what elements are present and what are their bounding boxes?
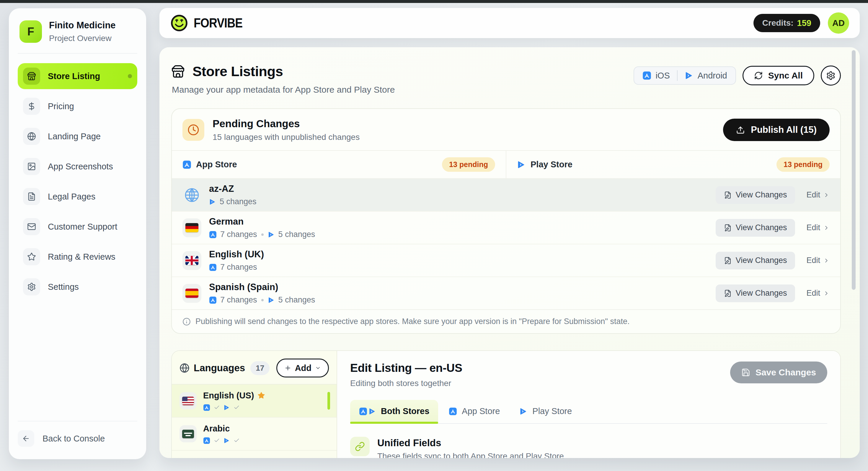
sidebar-item-customer-support[interactable]: Customer Support <box>18 214 137 240</box>
change-count-label: 5 changes <box>278 230 315 239</box>
view-changes-button[interactable]: View Changes <box>716 252 795 270</box>
language-item-arabic[interactable]: Arabic <box>172 417 337 451</box>
user-avatar[interactable]: AD <box>828 12 849 34</box>
sidebar-item-label: Settings <box>48 282 79 292</box>
save-changes-button[interactable]: Save Changes <box>730 362 827 383</box>
project-avatar: F <box>20 20 42 43</box>
language-item-az-az[interactable]: az-AZ <box>172 451 337 458</box>
sidebar-item-app-screenshots[interactable]: App Screenshots <box>18 153 137 180</box>
clock-icon <box>182 119 204 141</box>
check-icon <box>234 404 240 410</box>
playstore-icon <box>685 71 693 80</box>
pending-count-badge: 13 pending <box>442 157 495 172</box>
add-language-button[interactable]: Add <box>276 358 329 377</box>
change-count-app-store: 7 changes <box>209 230 257 239</box>
playstore-icon <box>223 404 230 411</box>
pending-row-az-az[interactable]: az-AZ 5 changes View Changes Edit <box>172 179 840 211</box>
sidebar-item-label: Rating & Reviews <box>48 252 116 262</box>
language-flag <box>182 218 202 237</box>
sidebar-item-legal-pages[interactable]: Legal Pages <box>18 184 137 210</box>
pending-subtitle: 15 languages with unpublished changes <box>213 132 360 142</box>
credits-pill[interactable]: Credits: 159 <box>753 14 820 32</box>
gear-icon <box>826 71 836 80</box>
edit-link[interactable]: Edit <box>806 190 830 199</box>
project-header[interactable]: F Finito Medicine Project Overview <box>18 19 137 54</box>
view-changes-button[interactable]: View Changes <box>716 186 795 204</box>
brand-wordmark: FORVIBE <box>194 15 242 30</box>
listing-workspace: Languages 17 Add English (US) <box>171 350 841 458</box>
change-count-play-store: 5 changes <box>268 230 315 239</box>
appstore-icon <box>209 231 217 239</box>
languages-panel: Languages 17 Add English (US) <box>172 351 337 458</box>
edit-label: Edit <box>806 190 820 199</box>
scrollbar-thumb[interactable] <box>852 50 856 290</box>
language-flag <box>182 186 202 205</box>
pending-rows: az-AZ 5 changes View Changes Edit German… <box>172 179 840 309</box>
language-item-english-us[interactable]: English (US) <box>172 384 337 417</box>
check-icon <box>234 437 240 444</box>
plus-icon <box>284 365 291 372</box>
pending-row-german[interactable]: German 7 changes5 changes View Changes E… <box>172 211 840 244</box>
smiley-icon <box>170 14 188 32</box>
sidebar-item-label: Pricing <box>48 101 74 111</box>
flag-de-icon <box>185 223 198 232</box>
pending-row-english-uk[interactable]: English (UK) 7 changes View Changes Edit <box>172 244 840 277</box>
link-icon <box>350 437 370 456</box>
platform-segment-ios[interactable]: iOS <box>636 71 677 81</box>
playstore-icon <box>517 160 526 169</box>
publish-all-button[interactable]: Publish All (15) <box>723 119 830 141</box>
playstore-icon <box>209 198 216 206</box>
mail-icon <box>23 218 40 235</box>
both-stores-icon <box>359 407 376 415</box>
pending-row-spanish-spain[interactable]: Spanish (Spain) 7 changes5 changes View … <box>172 277 840 309</box>
edit-link[interactable]: Edit <box>806 256 830 265</box>
appstore-icon <box>449 407 457 415</box>
back-to-console-button[interactable]: Back to Console <box>18 421 137 447</box>
edit-link[interactable]: Edit <box>806 223 830 232</box>
sidebar-item-rating-reviews[interactable]: Rating & Reviews <box>18 244 137 270</box>
language-flag <box>182 251 202 270</box>
save-changes-label: Save Changes <box>755 368 816 377</box>
sync-all-button[interactable]: Sync All <box>743 66 814 85</box>
chevron-right-icon <box>823 192 830 198</box>
pending-title: Pending Changes <box>213 118 360 130</box>
view-changes-label: View Changes <box>736 223 787 232</box>
sidebar-item-landing-page[interactable]: Landing Page <box>18 123 137 149</box>
store-icon <box>23 68 40 85</box>
store-column-label: App Store <box>196 160 237 169</box>
sync-all-label: Sync All <box>768 70 803 81</box>
settings-button[interactable] <box>821 65 841 86</box>
sidebar-item-pricing[interactable]: Pricing <box>18 93 137 119</box>
globe-flag-icon <box>184 187 199 203</box>
tab-both-stores[interactable]: Both Stores <box>350 400 438 423</box>
tab-label: Play Store <box>532 406 572 416</box>
store-column-label: Play Store <box>531 160 572 169</box>
tab-app-store[interactable]: App Store <box>440 400 509 423</box>
tab-label: App Store <box>462 406 500 416</box>
change-count-play-store: 5 changes <box>268 295 315 305</box>
view-changes-button[interactable]: View Changes <box>716 284 795 302</box>
upload-icon <box>736 125 745 134</box>
change-count-label: 7 changes <box>220 295 257 305</box>
brand-logo[interactable]: FORVIBE <box>170 14 249 32</box>
flag-us-icon <box>182 397 194 405</box>
view-changes-button[interactable]: View Changes <box>716 219 795 237</box>
sidebar-item-store-listing[interactable]: Store Listing <box>18 63 137 89</box>
window-top-strip <box>0 0 868 3</box>
flag-es-icon <box>185 289 198 298</box>
arrow-left-icon <box>18 430 34 447</box>
language-name: az-AZ <box>209 184 256 194</box>
tab-play-store[interactable]: Play Store <box>510 400 581 423</box>
language-flag <box>182 284 202 303</box>
dot-separator <box>261 299 264 301</box>
sidebar-item-settings[interactable]: Settings <box>18 274 137 300</box>
platform-segment-android[interactable]: Android <box>678 71 734 81</box>
chevron-right-icon <box>823 290 830 296</box>
credits-value: 159 <box>797 18 811 28</box>
globe-icon <box>23 128 40 145</box>
back-to-console-label: Back to Console <box>42 434 105 444</box>
language-list: English (US) Arabic az-AZ <box>172 384 337 458</box>
platform-toggle: iOS Android <box>633 66 736 85</box>
edit-link[interactable]: Edit <box>806 289 830 298</box>
edit-label: Edit <box>806 256 820 265</box>
